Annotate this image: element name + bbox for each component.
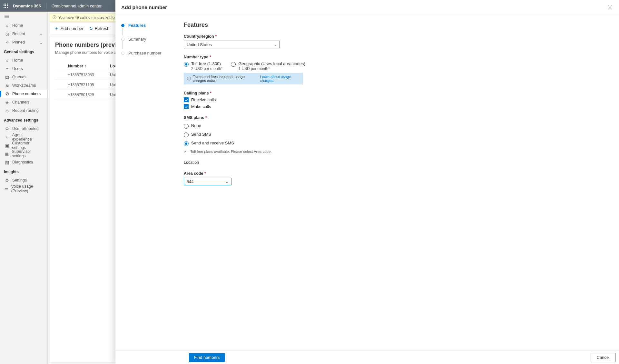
svg-rect-6 bbox=[4, 7, 5, 8]
nav-item-user-attributes[interactable]: ⚙User attributes bbox=[0, 124, 47, 133]
routing-icon: ◇ bbox=[5, 108, 10, 113]
chevron-down-icon: ⌄ bbox=[39, 32, 43, 36]
customer-icon: ▣ bbox=[5, 143, 9, 148]
svg-rect-7 bbox=[5, 7, 6, 8]
nav-item-phone-numbers[interactable]: ✆Phone numbers bbox=[0, 90, 47, 98]
voice-icon: ▭ bbox=[5, 186, 9, 191]
nav-item-workstreams[interactable]: ≋Workstreams bbox=[0, 81, 47, 90]
nav-collapse-button[interactable] bbox=[0, 12, 47, 21]
nav-group-heading: Advanced settings bbox=[0, 115, 47, 124]
make-calls-checkbox[interactable]: Make calls bbox=[184, 104, 613, 109]
channels-icon: ◈ bbox=[5, 100, 10, 105]
radio-icon bbox=[184, 124, 189, 129]
cancel-button[interactable]: Cancel bbox=[591, 353, 616, 362]
radio-icon bbox=[231, 62, 236, 67]
modal-footer: Find numbers Cancel bbox=[115, 350, 619, 364]
chevron-down-icon: ⌄ bbox=[274, 43, 277, 47]
nav-item-settings[interactable]: ⚙Settings bbox=[0, 176, 47, 184]
app-launcher-icon[interactable] bbox=[3, 3, 9, 9]
attrs-icon: ⚙ bbox=[5, 126, 10, 131]
area-code-select[interactable]: 844 ⌄ bbox=[184, 178, 231, 185]
country-region-label: Country/Region * bbox=[184, 34, 613, 39]
workstreams-icon: ≋ bbox=[5, 83, 10, 88]
sms-send-receive-radio[interactable]: Send and receive SMS bbox=[184, 141, 613, 146]
calling-plans-label: Calling plans * bbox=[184, 91, 613, 95]
svg-rect-1 bbox=[5, 4, 6, 5]
chevron-down-icon: ⌄ bbox=[39, 40, 43, 45]
wizard-step-features[interactable]: Features bbox=[121, 23, 178, 28]
location-label: Location bbox=[184, 160, 613, 165]
nav-item-queues[interactable]: ▤Queues bbox=[0, 73, 47, 81]
home-icon: ⌂ bbox=[5, 23, 10, 28]
form-area: Features Country/Region * United States … bbox=[184, 15, 619, 350]
sms-plans-label: SMS plans * bbox=[184, 115, 613, 120]
phone-icon: ✆ bbox=[5, 92, 10, 96]
nav-item-pinned[interactable]: ✧Pinned⌄ bbox=[0, 38, 47, 46]
radio-icon bbox=[184, 62, 189, 67]
clock-icon: ◷ bbox=[5, 32, 10, 36]
learn-usage-link[interactable]: Learn about usage charges. bbox=[260, 75, 300, 83]
sms-none-radio[interactable]: None bbox=[184, 123, 613, 129]
nav-item-record-routing[interactable]: ◇Record routing bbox=[0, 106, 47, 115]
add-phone-number-panel: Add phone number FeaturesSummaryPurchase… bbox=[115, 0, 619, 364]
app-name-label: Omnichannel admin center bbox=[52, 4, 102, 8]
form-heading: Features bbox=[184, 22, 613, 28]
area-code-label: Area code * bbox=[184, 171, 613, 176]
users-icon: ⚭ bbox=[5, 66, 10, 71]
radio-icon bbox=[184, 141, 189, 146]
col-number-header[interactable]: Number ↑ bbox=[68, 64, 110, 68]
svg-rect-8 bbox=[7, 7, 8, 8]
modal-title: Add phone number bbox=[121, 5, 167, 10]
info-icon: ⓘ bbox=[187, 76, 191, 81]
home-icon: ⌂ bbox=[5, 58, 10, 63]
number-type-label: Number type * bbox=[184, 55, 613, 59]
nav-item-recent[interactable]: ◷Recent⌄ bbox=[0, 30, 47, 38]
wizard-step-purchase-number[interactable]: Purchase number bbox=[121, 51, 178, 55]
wizard-step-summary[interactable]: Summary bbox=[121, 37, 178, 42]
geographic-radio[interactable]: Geographic (Uses local area codes) 1 USD… bbox=[231, 61, 305, 71]
nav-group-heading: General settings bbox=[0, 46, 47, 56]
supervisor-icon: ▦ bbox=[5, 152, 9, 156]
receive-calls-checkbox[interactable]: Receive calls bbox=[184, 97, 613, 102]
nav-item-agent-experience[interactable]: ☺Agent experience bbox=[0, 133, 47, 141]
svg-rect-2 bbox=[7, 4, 8, 5]
find-numbers-button[interactable]: Find numbers bbox=[189, 353, 225, 362]
plus-icon: ＋ bbox=[54, 25, 59, 31]
svg-rect-4 bbox=[5, 5, 6, 6]
agent-icon: ☺ bbox=[5, 135, 10, 139]
svg-rect-0 bbox=[4, 4, 5, 5]
queues-icon: ▤ bbox=[5, 75, 10, 80]
step-dot-icon bbox=[121, 52, 124, 55]
country-region-select[interactable]: United States ⌄ bbox=[184, 41, 280, 48]
nav-item-customer-settings[interactable]: ▣Customer settings bbox=[0, 141, 47, 150]
refresh-button[interactable]: ↻ Refresh bbox=[89, 26, 110, 31]
nav-item-home[interactable]: ⌂Home bbox=[0, 21, 47, 30]
modal-header: Add phone number bbox=[115, 0, 619, 15]
add-number-button[interactable]: ＋ Add number bbox=[54, 25, 84, 31]
chevron-down-icon: ⌄ bbox=[225, 179, 229, 184]
refresh-icon: ↻ bbox=[89, 26, 93, 31]
nav-item-diagnostics[interactable]: ▧Diagnostics bbox=[0, 158, 47, 166]
svg-rect-5 bbox=[7, 5, 8, 6]
nav-item-users[interactable]: ⚭Users bbox=[0, 64, 47, 73]
step-dot-icon bbox=[121, 38, 124, 41]
nav-item-channels[interactable]: ◈Channels bbox=[0, 98, 47, 106]
nav-item-voice-usage-preview-[interactable]: ▭Voice usage (Preview) bbox=[0, 184, 47, 193]
info-icon: ⓘ bbox=[53, 15, 56, 20]
toll-free-radio[interactable]: Toll-free (1-800) 2 USD per month* bbox=[184, 61, 222, 71]
step-dot-icon bbox=[121, 24, 124, 27]
sms-send-radio[interactable]: Send SMS bbox=[184, 132, 613, 137]
radio-icon bbox=[184, 133, 189, 137]
close-button[interactable] bbox=[607, 4, 613, 11]
plans-available-hint: ✓ Toll free plans available. Please sele… bbox=[184, 149, 613, 154]
svg-rect-3 bbox=[4, 5, 5, 6]
nav-item-supervisor-settings[interactable]: ▦Supervisor settings bbox=[0, 150, 47, 158]
brand-label: Dynamics 365 bbox=[13, 4, 41, 8]
left-nav: ⌂Home◷Recent⌄✧Pinned⌄ General settings⌂H… bbox=[0, 12, 48, 364]
wizard-steps: FeaturesSummaryPurchase number bbox=[115, 15, 184, 350]
usage-charges-info: ⓘ Taxes and fees included, usage charges… bbox=[184, 73, 303, 84]
nav-group-heading: Insights bbox=[0, 166, 47, 176]
checkbox-checked-icon bbox=[184, 97, 189, 102]
nav-item-home[interactable]: ⌂Home bbox=[0, 56, 47, 64]
checkbox-checked-icon bbox=[184, 104, 189, 109]
